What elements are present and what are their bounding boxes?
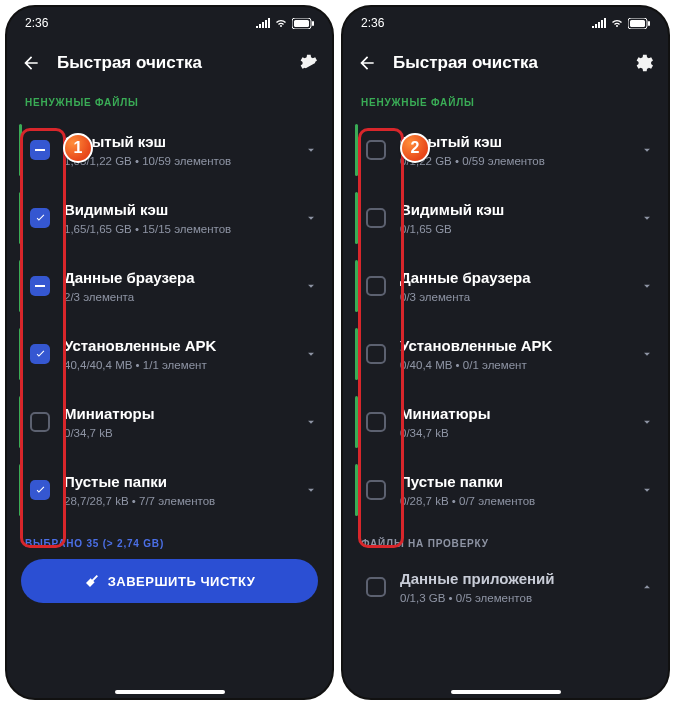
row-sub: 0/28,7 kB • 0/7 элементов	[400, 494, 640, 509]
chevron-down-icon[interactable]	[304, 483, 318, 497]
list-item[interactable]: Скрытый кэш 0/1,22 GB • 0/59 элементов	[349, 116, 662, 184]
chevron-down-icon[interactable]	[304, 347, 318, 361]
row-text: Видимый кэш 0/1,65 GB	[400, 200, 640, 237]
row-sub: 0/40,4 MB • 0/1 элемент	[400, 358, 640, 373]
phone-right: 2:36 Быстрая очистка НЕНУЖНЫЕ ФАЙЛЫ Скры…	[341, 5, 670, 700]
checkbox-partial[interactable]	[30, 276, 50, 296]
row-text: Видимый кэш 1,65/1,65 GB • 15/15 элемент…	[64, 200, 304, 237]
chevron-down-icon[interactable]	[304, 415, 318, 429]
list-item[interactable]: Миниатюры 0/34,7 kB	[349, 388, 662, 456]
checkbox-empty[interactable]	[366, 480, 386, 500]
row-text: Скрытый кэш 1,05/1,22 GB • 10/59 элемент…	[64, 132, 304, 169]
status-bar: 2:36	[343, 7, 668, 39]
checkbox-empty[interactable]	[366, 208, 386, 228]
list-item[interactable]: Данные браузера 2/3 элемента	[13, 252, 326, 320]
row-title: Данные приложений	[400, 569, 640, 589]
svg-rect-2	[312, 21, 314, 26]
accent-bar	[355, 396, 358, 448]
battery-icon	[628, 18, 650, 29]
chevron-down-icon[interactable]	[640, 211, 654, 225]
row-text: Данные браузера 2/3 элемента	[64, 268, 304, 305]
cta-label: ЗАВЕРШИТЬ ЧИСТКУ	[108, 574, 256, 589]
accent-bar	[355, 192, 358, 244]
list-extras: Данные приложений 0/1,3 GB • 0/5 элемент…	[343, 557, 668, 617]
checkbox-empty[interactable]	[30, 412, 50, 432]
row-title: Пустые папки	[400, 472, 640, 492]
accent-bar	[355, 260, 358, 312]
svg-rect-4	[630, 20, 645, 27]
list-item[interactable]: Скрытый кэш 1,05/1,22 GB • 10/59 элемент…	[13, 116, 326, 184]
row-sub: 0/1,3 GB • 0/5 элементов	[400, 591, 640, 606]
accent-bar	[19, 192, 22, 244]
list-right: Скрытый кэш 0/1,22 GB • 0/59 элементов В…	[343, 116, 668, 524]
back-icon[interactable]	[357, 53, 377, 73]
gear-icon[interactable]	[296, 52, 318, 74]
chevron-down-icon[interactable]	[304, 143, 318, 157]
checkbox-checked[interactable]	[30, 208, 50, 228]
chevron-down-icon[interactable]	[640, 483, 654, 497]
row-sub: 0/3 элемента	[400, 290, 640, 305]
list-item[interactable]: Данные браузера 0/3 элемента	[349, 252, 662, 320]
list-item[interactable]: Видимый кэш 1,65/1,65 GB • 15/15 элемент…	[13, 184, 326, 252]
chevron-down-icon[interactable]	[304, 211, 318, 225]
checkbox-partial[interactable]	[30, 140, 50, 160]
chevron-up-icon[interactable]	[640, 580, 654, 594]
chevron-down-icon[interactable]	[640, 143, 654, 157]
finish-cleanup-button[interactable]: ЗАВЕРШИТЬ ЧИСТКУ	[21, 559, 318, 603]
app-bar: Быстрая очистка	[343, 39, 668, 87]
row-text: Пустые папки 0/28,7 kB • 0/7 элементов	[400, 472, 640, 509]
back-icon[interactable]	[21, 53, 41, 73]
checkbox-checked[interactable]	[30, 480, 50, 500]
list-item[interactable]: Видимый кэш 0/1,65 GB	[349, 184, 662, 252]
row-text: Данные браузера 0/3 элемента	[400, 268, 640, 305]
accent-bar	[19, 464, 22, 516]
checkbox-empty[interactable]	[366, 344, 386, 364]
row-title: Видимый кэш	[400, 200, 640, 220]
chevron-down-icon[interactable]	[640, 347, 654, 361]
row-title: Установленные APK	[400, 336, 640, 356]
row-title: Миниатюры	[400, 404, 640, 424]
app-bar: Быстрая очистка	[7, 39, 332, 87]
checkbox-empty[interactable]	[366, 412, 386, 432]
row-sub: 40,4/40,4 MB • 1/1 элемент	[64, 358, 304, 373]
row-sub: 0/1,22 GB • 0/59 элементов	[400, 154, 640, 169]
row-title: Скрытый кэш	[400, 132, 640, 152]
status-time: 2:36	[25, 16, 48, 30]
list-left: Скрытый кэш 1,05/1,22 GB • 10/59 элемент…	[7, 116, 332, 524]
list-item[interactable]: Пустые папки 0/28,7 kB • 0/7 элементов	[349, 456, 662, 524]
accent-bar	[19, 124, 22, 176]
chevron-down-icon[interactable]	[304, 279, 318, 293]
row-title: Миниатюры	[64, 404, 304, 424]
accent-bar	[19, 396, 22, 448]
list-item[interactable]: Пустые папки 28,7/28,7 kB • 7/7 элементо…	[13, 456, 326, 524]
list-item[interactable]: Миниатюры 0/34,7 kB	[13, 388, 326, 456]
home-indicator	[115, 690, 225, 694]
list-item[interactable]: Установленные APK 40,4/40,4 MB • 1/1 эле…	[13, 320, 326, 388]
accent-bar	[355, 464, 358, 516]
accent-bar	[355, 561, 358, 613]
list-item[interactable]: Установленные APK 0/40,4 MB • 0/1 элемен…	[349, 320, 662, 388]
checkbox-empty[interactable]	[366, 276, 386, 296]
accent-bar	[19, 260, 22, 312]
row-sub: 2/3 элемента	[64, 290, 304, 305]
list-item[interactable]: Данные приложений 0/1,3 GB • 0/5 элемент…	[349, 557, 662, 617]
chevron-down-icon[interactable]	[640, 415, 654, 429]
checkbox-empty[interactable]	[366, 577, 386, 597]
checkbox-empty[interactable]	[366, 140, 386, 160]
section-label: НЕНУЖНЫЕ ФАЙЛЫ	[7, 87, 332, 116]
row-sub: 28,7/28,7 kB • 7/7 элементов	[64, 494, 304, 509]
annotation-marker-1: 1	[63, 133, 93, 163]
signal-icon	[256, 18, 270, 28]
page-title: Быстрая очистка	[57, 53, 280, 73]
wifi-icon	[274, 18, 288, 28]
accent-bar	[355, 328, 358, 380]
broom-icon	[84, 573, 100, 589]
section-label-2: ФАЙЛЫ НА ПРОВЕРКУ	[343, 524, 668, 557]
row-sub: 1,05/1,22 GB • 10/59 элементов	[64, 154, 304, 169]
checkbox-checked[interactable]	[30, 344, 50, 364]
row-text: Миниатюры 0/34,7 kB	[400, 404, 640, 441]
row-sub: 1,65/1,65 GB • 15/15 элементов	[64, 222, 304, 237]
chevron-down-icon[interactable]	[640, 279, 654, 293]
row-text: Пустые папки 28,7/28,7 kB • 7/7 элементо…	[64, 472, 304, 509]
gear-icon[interactable]	[632, 52, 654, 74]
